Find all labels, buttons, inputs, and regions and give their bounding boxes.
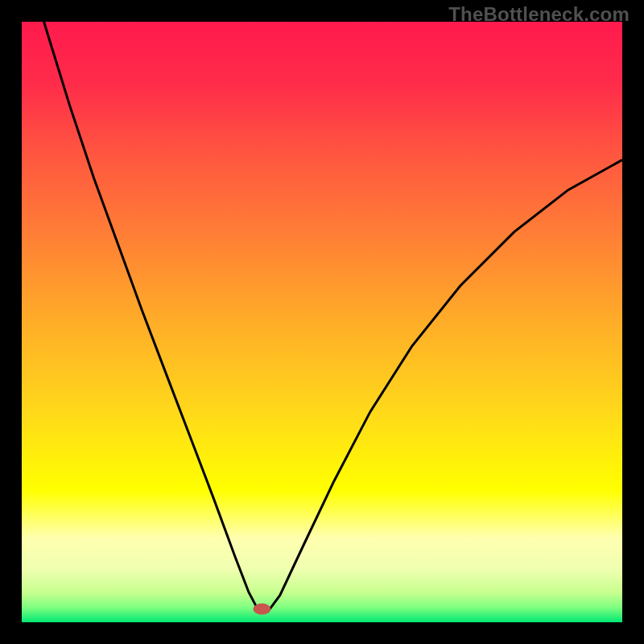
plot-background xyxy=(22,22,622,622)
bottleneck-chart xyxy=(0,0,644,644)
watermark-text: TheBottleneck.com xyxy=(448,3,630,26)
optimum-marker xyxy=(253,604,270,615)
chart-frame: TheBottleneck.com xyxy=(0,0,644,644)
